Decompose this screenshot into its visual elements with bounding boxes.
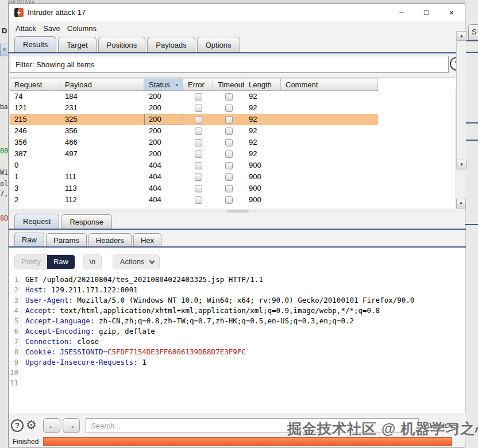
column-header-payload[interactable]: Payload xyxy=(60,78,144,91)
line-text: Accept-Language: zh-CN,zh;q=0.8,zh-TW;q=… xyxy=(21,316,354,326)
gear-icon[interactable]: ⚙ xyxy=(26,418,37,432)
table-row[interactable]: 7418420092 xyxy=(10,91,378,102)
comment-cell xyxy=(281,91,378,102)
timeout-checkbox[interactable] xyxy=(225,162,233,169)
error-checkbox[interactable] xyxy=(195,185,202,192)
error-checkbox[interactable] xyxy=(195,116,202,123)
tab-params[interactable]: Params xyxy=(46,233,87,246)
table-row[interactable]: 2112404900 xyxy=(10,194,378,206)
error-checkbox-cell xyxy=(183,91,213,102)
table-row[interactable]: 1111404900 xyxy=(10,171,378,183)
request-line: 2Host: 129.211.171.122:8001 xyxy=(9,285,456,295)
tab-positions[interactable]: Positions xyxy=(98,37,146,52)
comment-cell xyxy=(281,160,378,171)
comment-cell xyxy=(281,102,378,114)
table-row[interactable]: 3113404900 xyxy=(10,183,378,194)
timeout-checkbox[interactable] xyxy=(225,105,233,112)
error-checkbox-cell xyxy=(183,137,213,148)
length-cell: 900 xyxy=(244,171,281,183)
background-fragment: 7, xyxy=(0,190,8,198)
next-match-button[interactable]: → xyxy=(63,418,80,433)
error-checkbox[interactable] xyxy=(195,105,202,112)
table-row[interactable]: 12123120092 xyxy=(10,102,378,114)
column-header-length[interactable]: Length xyxy=(244,78,281,91)
tab-headers[interactable]: Headers xyxy=(88,233,132,246)
timeout-checkbox-cell xyxy=(213,194,244,206)
table-row[interactable]: 0404900 xyxy=(10,160,378,171)
timeout-checkbox[interactable] xyxy=(225,116,233,123)
tab-response[interactable]: Response xyxy=(61,214,112,229)
raw-button[interactable]: Raw xyxy=(47,255,75,269)
actions-button[interactable]: Actions xyxy=(113,254,160,269)
filter-bar[interactable]: Filter: Showing all items xyxy=(10,56,449,73)
error-checkbox[interactable] xyxy=(195,93,202,101)
help-icon[interactable]: ? xyxy=(11,419,24,432)
request-cell: 121 xyxy=(10,102,60,114)
error-checkbox[interactable] xyxy=(195,173,202,181)
maximize-button[interactable]: □ xyxy=(418,6,435,19)
timeout-checkbox[interactable] xyxy=(225,150,233,158)
request-line: 7Connection: close xyxy=(9,337,456,347)
payload-cell: 231 xyxy=(60,102,144,114)
request-cell: 246 xyxy=(10,125,60,137)
view-mode-segment: Pretty Raw xyxy=(14,254,75,269)
request-cell: 3 xyxy=(10,183,60,194)
scroll-down-icon[interactable]: ▼ xyxy=(457,160,467,169)
menu-item-save[interactable]: Save xyxy=(43,24,60,33)
split-pane-divider[interactable] xyxy=(10,209,456,213)
timeout-checkbox[interactable] xyxy=(225,185,233,192)
editor-scrollbar[interactable]: ▲ ▼ xyxy=(456,31,466,169)
error-checkbox[interactable] xyxy=(195,139,202,146)
table-row[interactable]: 24635620092 xyxy=(10,125,378,137)
length-cell: 92 xyxy=(244,137,281,148)
tab-results[interactable]: Results xyxy=(14,36,56,52)
table-row[interactable]: 38749720092 xyxy=(10,148,378,160)
request-line: 11 xyxy=(9,378,456,388)
tab-hex[interactable]: Hex xyxy=(133,233,161,246)
results-table-header: RequestPayloadStatus▲ErrorTimeoutLengthC… xyxy=(10,78,378,91)
editor-toolbar: Pretty Raw \n Actions xyxy=(14,254,160,269)
chevron-down-icon xyxy=(149,258,155,264)
timeout-checkbox[interactable] xyxy=(225,93,233,101)
column-header-comment[interactable]: Comment xyxy=(281,78,378,91)
error-checkbox[interactable] xyxy=(195,162,202,169)
column-header-request[interactable]: Request xyxy=(10,78,60,91)
menu-item-attack[interactable]: Attack xyxy=(16,24,36,33)
newline-toggle-button[interactable]: \n xyxy=(83,254,102,269)
background-tab-close-fragment: × xyxy=(0,44,9,56)
minimize-button[interactable]: − xyxy=(393,6,410,19)
tab-options[interactable]: Options xyxy=(197,37,240,52)
timeout-checkbox[interactable] xyxy=(225,139,233,146)
error-checkbox[interactable] xyxy=(195,196,202,204)
pretty-button[interactable]: Pretty xyxy=(15,255,47,269)
table-row[interactable]: 35646620092 xyxy=(10,137,378,148)
request-text[interactable]: 1GET /upload/20210804/tes_20210804022403… xyxy=(9,275,456,388)
error-checkbox[interactable] xyxy=(195,150,202,158)
column-header-status[interactable]: Status▲ xyxy=(144,78,183,91)
scroll-up-icon[interactable]: ▲ xyxy=(457,31,467,41)
watermark-text: 掘金技术社区 @ 机器学习之心AI xyxy=(287,419,478,438)
timeout-checkbox-cell xyxy=(213,137,244,148)
menu-item-columns[interactable]: Columns xyxy=(67,24,97,33)
scroll-down-icon[interactable]: ▼ xyxy=(456,199,466,208)
timeout-checkbox[interactable] xyxy=(225,128,233,135)
tab-target[interactable]: Target xyxy=(58,37,96,52)
table-row[interactable]: 21532520092 xyxy=(10,114,378,125)
timeout-checkbox[interactable] xyxy=(225,196,233,204)
comment-cell xyxy=(281,148,378,160)
column-header-timeout[interactable]: Timeout xyxy=(213,78,244,91)
tab-raw[interactable]: Raw xyxy=(14,233,44,246)
error-checkbox[interactable] xyxy=(195,128,202,135)
timeout-checkbox[interactable] xyxy=(225,173,233,181)
tab-payloads[interactable]: Payloads xyxy=(147,37,195,52)
close-button[interactable]: × xyxy=(443,6,460,19)
previous-match-button[interactable]: ← xyxy=(43,418,60,433)
column-header-error[interactable]: Error xyxy=(183,78,213,91)
line-text xyxy=(21,368,25,378)
status-cell: 200 xyxy=(144,114,183,125)
line-text: Accept-Encoding: gzip, deflate xyxy=(21,326,155,337)
line-text: GET /upload/20210804/tes_202108040224033… xyxy=(21,275,263,285)
tab-request[interactable]: Request xyxy=(14,214,59,229)
request-cell: 0 xyxy=(10,160,60,171)
divider-grip-icon[interactable] xyxy=(227,210,249,213)
